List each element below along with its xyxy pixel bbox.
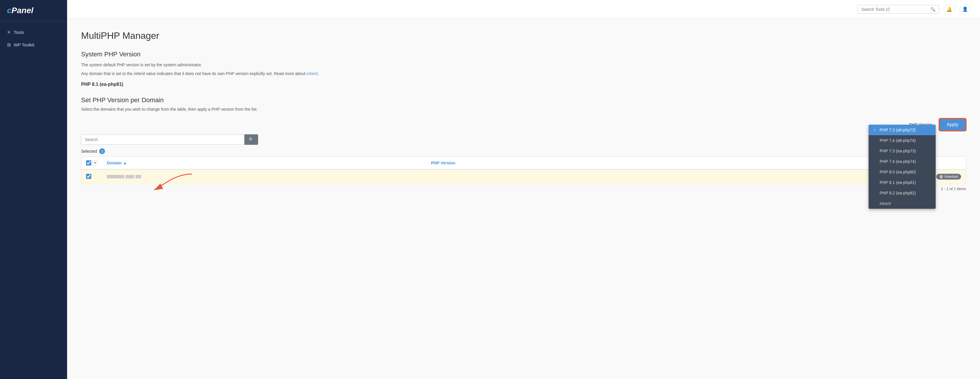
sidebar-wptoolkit-label: WP Toolkit <box>14 42 34 47</box>
dropdown-option-5[interactable]: PHP 8.1 (ea-php81) <box>869 177 935 188</box>
search-row: 🔍 <box>81 134 966 145</box>
inherit-link[interactable]: inherit <box>307 71 318 76</box>
domain-placeholder <box>107 175 422 178</box>
pagination-row: 1 - 1 of 1 items <box>81 187 966 191</box>
user-icon: 👤 <box>962 6 968 12</box>
dropdown-option-inherit[interactable]: inherit <box>869 198 935 209</box>
phpver-col-label: PHP Version <box>431 161 455 165</box>
dropdown-option-3[interactable]: PHP 7.4 (ea-php74) <box>869 156 935 167</box>
dropdown-option-6-label: PHP 8.2 (ea-php82) <box>880 191 916 195</box>
system-php-desc2: Any domain that is set to the inherit va… <box>81 70 966 77</box>
system-php-desc1: The system default PHP version is set by… <box>81 62 966 68</box>
dropdown-option-2-label: PHP 7.3 (ea-php73) <box>880 149 916 153</box>
selected-row: Selected 1 <box>81 148 966 154</box>
select-all-checkbox[interactable] <box>86 160 91 166</box>
domain-block-2 <box>126 175 134 178</box>
col-header-domain[interactable]: Domain ▲ <box>102 157 426 170</box>
domain-col-label: Domain <box>107 161 122 165</box>
dropdown-option-4-label: PHP 8.0 (ea-php80) <box>880 170 916 174</box>
system-php-title: System PHP Version <box>81 51 966 58</box>
logo-text: cPanel <box>7 6 33 15</box>
dropdown-option-0[interactable]: ✓ PHP 7.3 (alt-php73) <box>869 125 935 135</box>
search-tools-bar[interactable]: 🔍 <box>858 5 939 14</box>
dropdown-option-0-label: PHP 7.3 (alt-php73) <box>880 128 916 132</box>
php-version-dropdown[interactable]: ✓ PHP 7.3 (alt-php73) PHP 7.4 (alt-php74… <box>869 125 935 209</box>
dropdown-option-1-label: PHP 7.4 (alt-php74) <box>880 138 916 143</box>
inherit-italic: inherit <box>134 71 145 76</box>
system-php-section: System PHP Version The system default PH… <box>81 51 966 87</box>
table-container: ▾ Domain ▲ PHP Version <box>81 157 966 184</box>
sidebar-logo: cPanel <box>0 0 67 21</box>
sidebar-tools-label: Tools <box>14 30 24 35</box>
header: 🔍 🔔 👤 <box>67 0 980 19</box>
wp-icon: ⊞ <box>7 42 11 48</box>
status-badge: ℹ Inherited <box>936 174 961 179</box>
dropdown-option-inherit-label: inherit <box>880 201 891 206</box>
set-php-title: Set PHP Version per Domain <box>81 96 966 104</box>
row-checkbox[interactable] <box>86 174 91 179</box>
dropdown-option-5-label: PHP 8.1 (ea-php81) <box>880 180 916 185</box>
info-icon: ℹ <box>939 174 943 179</box>
table-search-button[interactable]: 🔍 <box>244 134 258 145</box>
col-header-checkbox: ▾ <box>81 157 102 170</box>
sidebar: cPanel ✕ Tools ⊞ WP Toolkit <box>0 0 67 379</box>
sidebar-item-tools[interactable]: ✕ Tools <box>0 26 67 38</box>
row-domain-cell <box>102 170 426 184</box>
page-title: MultiPHP Manager <box>81 30 966 41</box>
set-php-section: Set PHP Version per Domain Select the do… <box>81 96 966 191</box>
sidebar-navigation: ✕ Tools ⊞ WP Toolkit <box>0 21 67 56</box>
table-search-input[interactable] <box>85 137 240 142</box>
table-row: PHP 8.1 (ea-php81) ℹ Inherited <box>81 170 966 184</box>
domain-block-1 <box>107 175 124 178</box>
inherited-label: Inherited <box>944 174 958 179</box>
selected-label: Selected <box>81 149 97 154</box>
selected-count-badge: 1 <box>99 148 105 154</box>
header-checkbox-area: ▾ <box>86 160 97 166</box>
search-tools-input[interactable] <box>861 7 928 12</box>
dropdown-option-2[interactable]: PHP 7.3 (ea-php73) <box>869 146 935 156</box>
check-icon: ✓ <box>873 128 877 132</box>
user-account-button[interactable]: 👤 <box>959 4 970 15</box>
pagination-info: 1 - 1 of 1 items <box>941 187 966 191</box>
toolbar-row: PHP Version ✓ PHP 7.3 (alt-php73) PHP 7.… <box>81 118 966 131</box>
apply-button[interactable]: Apply <box>939 118 966 131</box>
notifications-button[interactable]: 🔔 <box>944 4 955 15</box>
sidebar-item-wptoolkit[interactable]: ⊞ WP Toolkit <box>0 38 67 51</box>
row-checkbox-cell <box>81 170 102 184</box>
dropdown-option-6[interactable]: PHP 8.2 (ea-php82) <box>869 188 935 198</box>
main-area: 🔍 🔔 👤 MultiPHP Manager System PHP Versio… <box>67 0 980 379</box>
tools-icon: ✕ <box>7 29 11 35</box>
main-content: MultiPHP Manager System PHP Version The … <box>67 19 980 379</box>
sort-icon: ▲ <box>123 161 127 165</box>
search-icon: 🔍 <box>931 7 935 12</box>
current-php-version: PHP 8.1 (ea-php81) <box>81 82 966 87</box>
search-btn-icon: 🔍 <box>249 137 254 142</box>
dropdown-option-1[interactable]: PHP 7.4 (alt-php74) <box>869 135 935 146</box>
dropdown-option-4[interactable]: PHP 8.0 (ea-php80) <box>869 167 935 177</box>
bell-icon: 🔔 <box>947 6 952 12</box>
set-php-desc: Select the domains that you wish to chan… <box>81 107 966 112</box>
domains-table: ▾ Domain ▲ PHP Version <box>81 157 966 184</box>
domain-block-3 <box>135 175 141 178</box>
table-search-bar[interactable] <box>81 134 244 144</box>
checkbox-dropdown-arrow[interactable]: ▾ <box>92 160 97 165</box>
dropdown-option-3-label: PHP 7.4 (ea-php74) <box>880 159 916 164</box>
